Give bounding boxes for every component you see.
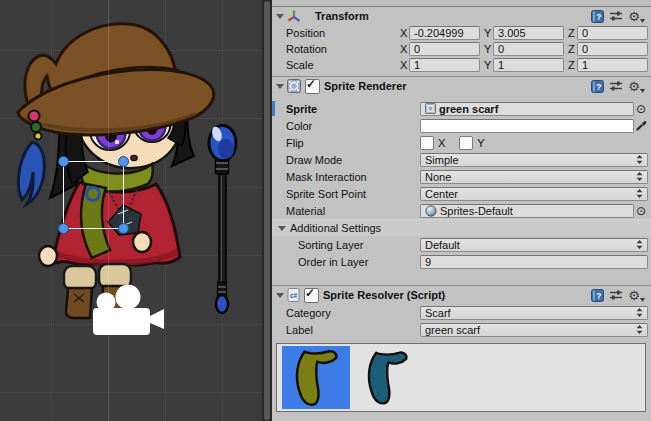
label-row: Label green scarf (272, 321, 651, 338)
rotation-label: Rotation (286, 43, 400, 55)
dropdown-arrow-icon (636, 155, 643, 164)
svg-text:?: ? (597, 81, 602, 91)
flip-y-checkbox[interactable] (459, 136, 473, 150)
flip-x-label: X (438, 137, 445, 149)
transform-icon (287, 9, 301, 23)
sprite-variant-picker (276, 343, 646, 412)
position-x-value: -0.204999 (414, 27, 464, 39)
sprite-sort-point-row: Sprite Sort Point Center (272, 185, 651, 202)
vertical-scrollbar[interactable] (262, 0, 272, 421)
label-value: green scarf (425, 324, 480, 336)
selection-handle[interactable] (119, 224, 129, 234)
position-z-value: 0 (582, 27, 588, 39)
settings-gear-icon[interactable]: ⚙ (628, 289, 645, 302)
sprite-object-field[interactable]: green scarf (420, 102, 634, 116)
sorting-layer-dropdown[interactable]: Default (420, 238, 648, 252)
order-in-layer-value: 9 (425, 256, 431, 268)
material-object-field[interactable]: Sprites-Default (420, 204, 634, 218)
selection-handle[interactable] (59, 157, 69, 167)
draw-mode-label: Draw Mode (286, 154, 420, 166)
presets-icon[interactable] (609, 10, 623, 22)
category-row: Category Scarf (272, 304, 651, 321)
component-enabled-checkbox[interactable]: ✓ (305, 79, 320, 94)
position-y-field[interactable]: 3.005 (493, 26, 564, 40)
component-title: Transform (315, 10, 369, 22)
mask-interaction-label: Mask Interaction (286, 171, 420, 183)
sprite-variant-green-scarf[interactable] (282, 346, 350, 409)
script-icon: c# (287, 288, 300, 302)
component-enabled-checkbox[interactable]: ✓ (304, 288, 319, 303)
additional-settings-foldout[interactable]: Additional Settings (272, 219, 651, 236)
axis-x-label: X (400, 27, 409, 39)
rotation-y-field[interactable]: 0 (493, 42, 564, 56)
sprite-row: Sprite green scarf ⊙ (272, 100, 651, 117)
object-picker-icon[interactable]: ⊙ (634, 204, 648, 218)
draw-mode-value: Simple (425, 154, 459, 166)
scale-y-value: 1 (498, 59, 504, 71)
sprite-renderer-icon (287, 79, 301, 93)
foldout-triangle-icon[interactable] (276, 84, 284, 89)
order-in-layer-field[interactable]: 9 (420, 255, 648, 269)
sprite-thumb-icon (425, 103, 436, 114)
position-z-field[interactable]: 0 (577, 26, 648, 40)
scrollbar-thumb[interactable] (264, 1, 270, 420)
mask-interaction-value: None (425, 171, 451, 183)
object-picker-icon[interactable]: ⊙ (634, 102, 648, 116)
settings-gear-icon[interactable]: ⚙ (628, 80, 645, 93)
foldout-triangle-icon[interactable] (276, 14, 284, 19)
foldout-triangle-icon[interactable] (276, 293, 284, 298)
blue-scarf-thumbnail (369, 352, 407, 403)
label-label: Label (286, 324, 420, 336)
rotation-z-field[interactable]: 0 (577, 42, 648, 56)
scene-view[interactable] (0, 0, 262, 421)
flip-x-checkbox[interactable] (420, 136, 434, 150)
position-y-value: 3.005 (498, 27, 526, 39)
rotation-x-value: 0 (414, 43, 420, 55)
axis-y-label: Y (484, 59, 493, 71)
rotation-x-field[interactable]: 0 (409, 42, 480, 56)
help-icon[interactable]: ? (591, 10, 604, 23)
settings-gear-icon[interactable]: ⚙ (628, 10, 645, 23)
sprite-resolver-header[interactable]: c# ✓ Sprite Resolver (Script) ? ⚙ (272, 286, 651, 304)
scale-label: Scale (286, 59, 400, 71)
sprite-label: Sprite (286, 103, 420, 115)
help-icon[interactable]: ? (591, 289, 604, 302)
color-swatch[interactable] (420, 119, 634, 133)
eyedropper-icon[interactable] (634, 120, 648, 132)
axis-z-label: Z (568, 27, 577, 39)
rotation-z-value: 0 (582, 43, 588, 55)
sprite-renderer-header[interactable]: ✓ Sprite Renderer ? ⚙ (272, 77, 651, 95)
sprite-variant-blue-scarf[interactable] (360, 346, 414, 409)
scale-x-field[interactable]: 1 (409, 58, 480, 72)
position-row: Position X -0.204999 Y 3.005 Z 0 (272, 25, 651, 41)
scale-y-field[interactable]: 1 (493, 58, 564, 72)
help-icon[interactable]: ? (591, 80, 604, 93)
rotation-y-value: 0 (498, 43, 504, 55)
order-in-layer-label: Order in Layer (298, 256, 420, 268)
dropdown-arrow-icon (636, 240, 643, 249)
scale-z-field[interactable]: 1 (577, 58, 648, 72)
presets-icon[interactable] (609, 80, 623, 92)
selection-handle[interactable] (119, 157, 129, 167)
category-dropdown[interactable]: Scarf (420, 306, 648, 320)
scale-row: Scale X 1 Y 1 Z 1 (272, 57, 651, 73)
draw-mode-dropdown[interactable]: Simple (420, 153, 648, 167)
svg-text:?: ? (597, 290, 602, 300)
sorting-layer-row: Sorting Layer Default (272, 236, 651, 253)
material-label: Material (286, 205, 420, 217)
selection-handle[interactable] (59, 224, 69, 234)
axis-x-label: X (400, 59, 409, 71)
mask-interaction-dropdown[interactable]: None (420, 170, 648, 184)
flip-y-label: Y (477, 137, 484, 149)
color-row: Color (272, 117, 651, 134)
foldout-triangle-icon[interactable] (278, 226, 286, 231)
inspector-panel: Transform ? ⚙ Position X -0.204999 Y 3.0… (272, 0, 651, 421)
label-dropdown[interactable]: green scarf (420, 323, 648, 337)
component-separator (272, 270, 651, 286)
transform-header[interactable]: Transform ? ⚙ (272, 7, 651, 25)
sprite-sort-point-dropdown[interactable]: Center (420, 187, 648, 201)
scale-x-value: 1 (414, 59, 420, 71)
position-x-field[interactable]: -0.204999 (409, 26, 480, 40)
prefab-override-indicator (272, 101, 275, 116)
presets-icon[interactable] (609, 289, 623, 301)
